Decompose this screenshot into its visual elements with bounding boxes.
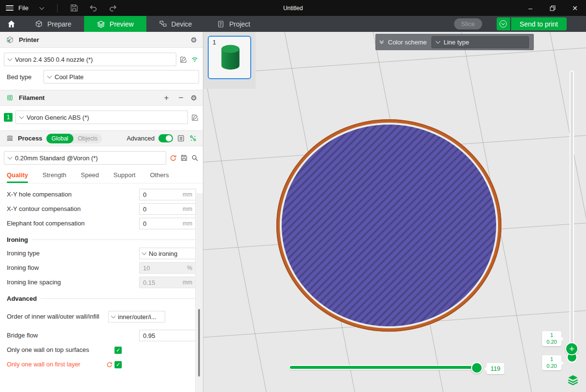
save-button[interactable] xyxy=(67,2,82,14)
filament-slot-badge: 1 xyxy=(4,113,13,122)
printer-section-header[interactable]: Printer ⚙ xyxy=(0,32,203,48)
bed-type-select[interactable]: Cool Plate xyxy=(43,70,199,84)
tab-prepare-label: Prepare xyxy=(47,20,71,28)
move-slider-handle[interactable] xyxy=(471,362,483,374)
param-row: X-Y contour compensation 0mm xyxy=(0,202,203,216)
layer-number: 1 xyxy=(550,332,553,338)
reset-value-icon[interactable] xyxy=(106,361,113,368)
wifi-connected-icon[interactable] xyxy=(190,56,199,63)
add-filament-button[interactable]: + xyxy=(162,93,172,103)
file-menu[interactable]: File xyxy=(18,4,29,12)
chevron-down-icon xyxy=(8,56,13,61)
send-to-print-button[interactable]: Send to print xyxy=(511,17,567,30)
elephant-foot-compensation-input[interactable]: 0mm xyxy=(139,218,196,229)
move-slider-badge: 119 xyxy=(486,363,504,374)
printer-section-title: Printer xyxy=(19,36,39,43)
preview-3d-viewport[interactable]: 1 Color scheme Line type 1 0.20 + xyxy=(203,32,586,392)
save-preset-icon[interactable] xyxy=(180,154,188,162)
scope-global-button[interactable]: Global xyxy=(46,134,74,143)
param-row: Order of inner wall/outer wall/infill in… xyxy=(0,305,203,328)
hamburger-menu-icon[interactable] xyxy=(6,5,14,11)
reset-preset-icon[interactable] xyxy=(169,154,177,162)
bed-type-value: Cool Plate xyxy=(55,73,84,81)
home-button[interactable] xyxy=(0,16,22,32)
tab-project[interactable]: Project xyxy=(204,16,263,32)
undo-icon xyxy=(89,3,98,13)
wall-order-select[interactable]: inner/outer/i... xyxy=(108,311,165,322)
layer-badge-lower: 1 0.20 xyxy=(542,355,561,370)
move-slider-track[interactable] xyxy=(289,365,478,370)
chevron-down-icon xyxy=(436,39,441,44)
layer-slider-track[interactable] xyxy=(570,70,574,360)
line-type-select[interactable]: Line type xyxy=(431,36,529,48)
one-wall-top-checkbox[interactable] xyxy=(114,347,122,354)
print-infill xyxy=(282,125,496,326)
layer-slider-upper-handle[interactable]: + xyxy=(565,342,578,355)
param-row: Only one wall on first layer xyxy=(0,357,203,372)
process-section-header[interactable]: Process Global Objects Advanced xyxy=(0,130,203,146)
slice-button[interactable]: Slice xyxy=(454,18,482,29)
file-menu-chevron-down-icon[interactable] xyxy=(40,5,44,10)
search-settings-icon[interactable] xyxy=(191,154,199,162)
collapse-icon[interactable] xyxy=(380,41,383,43)
filament-settings-gear-icon[interactable]: ⚙ xyxy=(191,94,197,101)
tab-strength[interactable]: Strength xyxy=(43,171,66,183)
send-options-button[interactable] xyxy=(497,17,510,30)
restore-button[interactable] xyxy=(542,0,564,16)
tab-quality[interactable]: Quality xyxy=(7,171,28,183)
layer-badge-upper: 1 0.20 xyxy=(542,331,561,346)
xy-contour-compensation-input[interactable]: 0mm xyxy=(139,203,196,215)
setting-list-icon[interactable] xyxy=(177,134,185,142)
undo-button[interactable] xyxy=(86,2,101,14)
redo-button[interactable] xyxy=(106,2,120,14)
param-row: X-Y hole compensation 0mm xyxy=(0,187,203,202)
printer-preset-select[interactable]: Voron 2.4 350 0.4 nozzle (*) xyxy=(4,53,176,66)
tab-support[interactable]: Support xyxy=(114,171,136,183)
param-label: Bridge flow xyxy=(7,332,139,339)
chevron-down-icon xyxy=(19,114,24,119)
color-scheme-label: Color scheme xyxy=(388,39,427,46)
tab-device[interactable]: Device xyxy=(146,16,205,32)
printer-settings-gear-icon[interactable]: ⚙ xyxy=(191,36,197,43)
bed-type-label: Bed type xyxy=(4,73,43,81)
parameter-graph-icon[interactable] xyxy=(189,134,197,142)
param-label: Only one wall on top surfaces xyxy=(7,346,114,354)
process-preset-value: 0.20mm Standard @Voron (*) xyxy=(15,154,98,162)
param-value: 0.15 xyxy=(143,279,183,286)
ironing-type-select[interactable]: No ironing xyxy=(139,248,196,259)
filament-section-header[interactable]: Filament + − ⚙ xyxy=(0,90,203,106)
process-preset-select[interactable]: 0.20mm Standard @Voron (*) xyxy=(4,151,166,165)
edit-filament-icon[interactable] xyxy=(191,113,199,122)
filament-preset-select[interactable]: Voron Generic ABS (*) xyxy=(15,111,188,124)
minimize-button[interactable]: – xyxy=(519,0,542,16)
divider xyxy=(57,4,57,13)
settings-sidebar: Printer ⚙ Voron 2.4 350 0.4 nozzle (*) B… xyxy=(0,32,203,392)
filament-icon xyxy=(6,94,14,102)
tab-speed[interactable]: Speed xyxy=(81,171,99,183)
advanced-toggle-label: Advanced xyxy=(127,135,155,142)
bridge-flow-input[interactable]: 0.95 xyxy=(139,330,196,341)
sidebar-scrollbar-thumb[interactable] xyxy=(198,309,200,377)
one-wall-first-layer-checkbox[interactable] xyxy=(114,361,122,368)
object-thumbnail[interactable]: 1 xyxy=(208,36,251,79)
layers-icon xyxy=(97,20,105,28)
layer-height: 0.20 xyxy=(546,339,557,345)
tab-prepare[interactable]: Prepare xyxy=(22,16,84,32)
layer-height: 0.20 xyxy=(546,363,557,369)
edit-printer-icon[interactable] xyxy=(179,56,187,64)
layers-mode-icon[interactable] xyxy=(567,374,579,386)
close-button[interactable]: ✕ xyxy=(564,0,586,16)
scope-objects-button[interactable]: Objects xyxy=(73,135,102,142)
advanced-toggle[interactable] xyxy=(158,134,173,142)
printer-preset-value: Voron 2.4 350 0.4 nozzle (*) xyxy=(15,56,93,63)
param-unit: mm xyxy=(183,279,192,286)
xy-hole-compensation-input[interactable]: 0mm xyxy=(139,189,196,200)
ironing-line-spacing-input: 0.15mm xyxy=(139,277,196,288)
restore-icon xyxy=(550,5,556,11)
tab-others[interactable]: Others xyxy=(150,171,169,183)
param-value: inner/outer/i... xyxy=(118,313,157,321)
remove-filament-button[interactable]: − xyxy=(176,93,186,103)
process-tab-strip: Quality Strength Speed Support Others xyxy=(0,165,203,183)
tab-preview[interactable]: Preview xyxy=(84,16,146,32)
chevron-down-icon xyxy=(500,20,507,28)
